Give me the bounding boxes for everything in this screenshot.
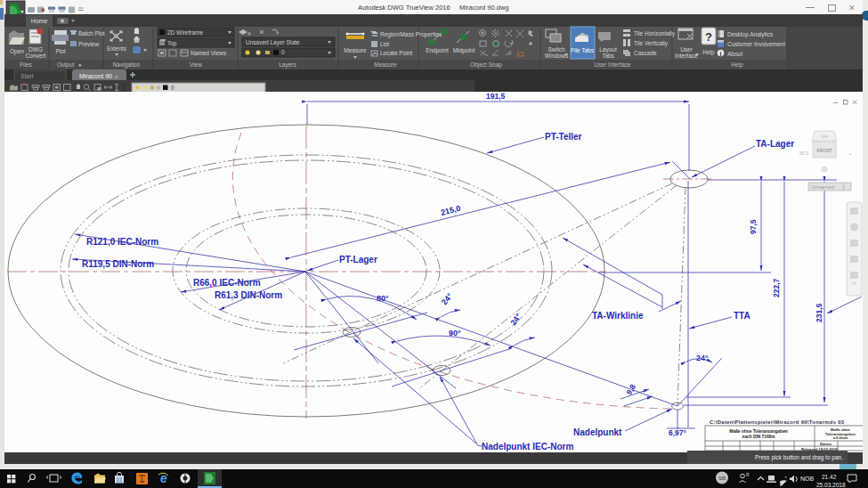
svg-text:About: About	[727, 51, 742, 57]
svg-text:Unsaved Layer State: Unsaved Layer State	[246, 39, 300, 46]
svg-text:Batch Plot: Batch Plot	[78, 30, 105, 37]
svg-text:R61,3 DIN-Norm: R61,3 DIN-Norm	[215, 290, 282, 300]
svg-text:Object Snap: Object Snap	[470, 61, 502, 69]
svg-text:0: 0	[171, 85, 174, 91]
svg-text:Help: Help	[702, 49, 715, 56]
svg-text:Measure: Measure	[374, 61, 397, 68]
svg-text:Extents: Extents	[107, 45, 126, 52]
svg-text:Start: Start	[20, 73, 34, 79]
svg-text:R: R	[746, 472, 750, 477]
svg-text:File Tabs: File Tabs	[571, 47, 595, 53]
svg-text:FRONT: FRONT	[816, 148, 831, 153]
svg-text:0: 0	[281, 49, 285, 55]
svg-text:Help: Help	[731, 61, 743, 69]
svg-text:User Interface: User Interface	[595, 61, 631, 68]
svg-text:TA-Lager: TA-Lager	[756, 139, 794, 149]
svg-text:R119,5 DIN-Norm: R119,5 DIN-Norm	[82, 259, 154, 269]
svg-text:Named Views: Named Views	[191, 50, 227, 56]
svg-text:25.03.2018: 25.03.2018	[816, 482, 846, 488]
svg-text:Customer Involvement: Customer Involvement	[727, 41, 785, 47]
svg-text:Preview: Preview	[78, 41, 99, 47]
svg-text:List: List	[380, 41, 389, 47]
svg-text:6,97°: 6,97°	[669, 428, 687, 437]
svg-text:± 0.2mm: ± 0.2mm	[833, 435, 848, 440]
svg-text:Tile Vertically: Tile Vertically	[634, 40, 669, 47]
svg-text:TTA: TTA	[734, 311, 750, 321]
svg-text:Nadelpunkt IEC-Norm: Nadelpunkt IEC-Norm	[482, 442, 573, 451]
svg-text:Interface: Interface	[675, 53, 698, 59]
svg-text:SB: SB	[718, 476, 726, 481]
svg-text:Midpoint: Midpoint	[453, 47, 475, 54]
svg-text:Tabs: Tabs	[602, 53, 614, 59]
svg-text:Layers: Layers	[279, 61, 296, 69]
svg-text:Home: Home	[31, 18, 48, 24]
svg-text:Convert: Convert	[26, 53, 46, 59]
svg-text:Navigation: Navigation	[113, 61, 141, 69]
svg-text:C:\Daten\Plattenspieler\Miraco: C:\Daten\Plattenspieler\Miracord 90\Tona…	[710, 419, 845, 425]
svg-text:User: User	[680, 46, 694, 53]
svg-text:TA-Wirklinie: TA-Wirklinie	[592, 311, 644, 321]
svg-text:i: i	[720, 51, 722, 57]
svg-text:Top: Top	[167, 40, 177, 47]
svg-text:Nadelpunkt: Nadelpunkt	[573, 427, 622, 437]
svg-text:Measure: Measure	[344, 47, 367, 53]
svg-text:191,5: 191,5	[486, 92, 506, 101]
svg-text:▴: ▴	[849, 151, 851, 156]
svg-text:PT-Teller: PT-Teller	[545, 132, 582, 142]
svg-text:Datum: Datum	[820, 442, 831, 446]
svg-text:90°: 90°	[449, 329, 461, 338]
svg-text:24°: 24°	[508, 312, 523, 327]
svg-text:R121,0 IEC-Norm: R121,0 IEC-Norm	[86, 237, 158, 247]
svg-text:nach DIN 7168m: nach DIN 7168m	[742, 435, 775, 439]
svg-text:DWG: DWG	[28, 46, 43, 53]
svg-text:View: View	[190, 61, 202, 68]
svg-text:Files: Files	[20, 61, 32, 68]
svg-text:Output ▸: Output ▸	[57, 61, 83, 69]
svg-text:PT-Lager: PT-Lager	[339, 255, 377, 264]
svg-text:Desktop Analytics: Desktop Analytics	[727, 31, 774, 38]
svg-text:Open: Open	[10, 48, 24, 55]
svg-text:Unnamed: Unnamed	[811, 184, 834, 190]
svg-text:Plot: Plot	[55, 48, 65, 54]
svg-text:21.42: 21.42	[822, 474, 837, 480]
svg-text:97,5: 97,5	[749, 219, 758, 234]
svg-text:24°: 24°	[696, 354, 709, 362]
svg-text:Switch: Switch	[548, 46, 565, 53]
svg-text:NOB: NOB	[800, 476, 815, 482]
svg-text:WCS: WCS	[799, 151, 809, 156]
svg-text:TOP: TOP	[821, 134, 828, 139]
svg-text:Endpoint: Endpoint	[426, 47, 449, 54]
svg-text:Miracord 90: Miracord 90	[79, 73, 112, 79]
svg-text:24°: 24°	[440, 291, 455, 306]
svg-text:Tile Horizontally: Tile Horizontally	[634, 30, 676, 37]
svg-text:2D Wireframe: 2D Wireframe	[167, 29, 203, 36]
svg-text:?: ?	[705, 30, 712, 44]
svg-text:Cascade: Cascade	[634, 50, 657, 56]
svg-text:231,5: 231,5	[815, 303, 823, 322]
svg-text:R66,0 IEC-Norm: R66,0 IEC-Norm	[193, 278, 261, 288]
svg-text:Maße ohne Toleranzangaben: Maße ohne Toleranzangaben	[729, 429, 788, 434]
svg-text:Region/Mass Properties: Region/Mass Properties	[380, 31, 442, 38]
svg-text:Locate Point: Locate Point	[380, 50, 412, 56]
svg-text:222,7: 222,7	[772, 278, 781, 297]
svg-text:x: x	[115, 74, 118, 79]
svg-text:80°: 80°	[377, 294, 389, 303]
svg-text:9,8: 9,8	[624, 383, 637, 397]
